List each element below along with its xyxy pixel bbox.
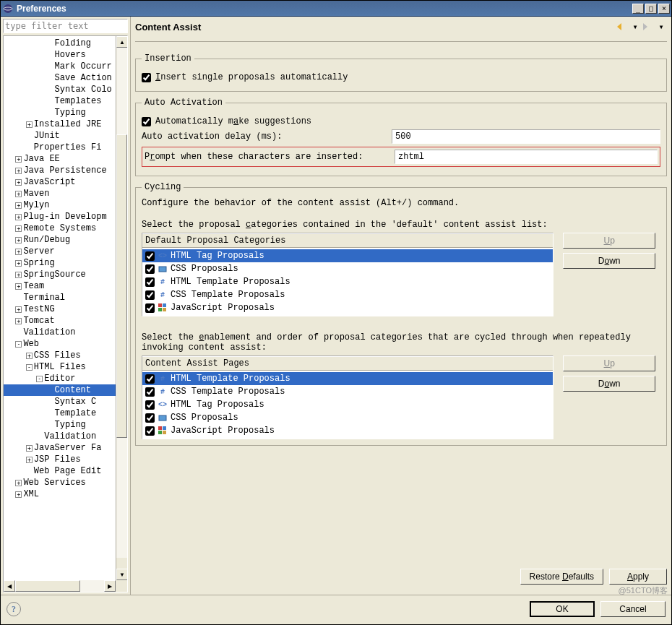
list-checkbox[interactable] xyxy=(145,374,155,384)
preferences-tree[interactable]: Folding Hovers Mark Occurr Save Action S… xyxy=(4,36,116,580)
list-item[interactable]: #CSS Template Proposals xyxy=(142,385,553,398)
tree-node[interactable]: +Team xyxy=(4,280,116,292)
tree-node[interactable]: Save Action xyxy=(4,72,116,84)
back-arrow-icon[interactable] xyxy=(616,21,628,33)
expand-icon[interactable]: - xyxy=(36,376,43,382)
list-checkbox[interactable] xyxy=(145,303,155,313)
list-checkbox[interactable] xyxy=(145,426,155,436)
tree-node[interactable]: +Spring xyxy=(4,257,116,269)
tree-node[interactable]: +SpringSource xyxy=(4,269,116,280)
tree-node[interactable]: Templates xyxy=(4,95,116,107)
expand-icon[interactable]: + xyxy=(15,214,22,220)
down-button-2[interactable]: Down xyxy=(563,376,655,392)
list-item[interactable]: #CSS Template Proposals xyxy=(142,288,553,301)
list-item[interactable]: #HTML Template Proposals xyxy=(142,275,553,288)
expand-icon[interactable]: + xyxy=(15,480,22,486)
minimize-button[interactable]: _ xyxy=(632,4,644,14)
expand-icon[interactable]: + xyxy=(15,283,22,290)
expand-icon[interactable]: + xyxy=(26,353,33,359)
scroll-down-icon[interactable]: ▼ xyxy=(116,569,128,580)
expand-icon[interactable]: + xyxy=(15,272,22,278)
close-button[interactable]: × xyxy=(658,4,670,14)
expand-icon[interactable]: + xyxy=(15,225,22,232)
tree-node[interactable]: -Web xyxy=(4,338,116,350)
tree-node[interactable]: +JavaServer Fa xyxy=(4,442,116,454)
tree-node[interactable]: JUnit xyxy=(4,130,116,142)
list-checkbox[interactable] xyxy=(145,251,155,261)
list-item[interactable]: #HTML Template Proposals xyxy=(142,372,553,385)
tree-node[interactable]: Typing xyxy=(4,419,116,431)
scroll-right-icon[interactable]: ▶ xyxy=(104,580,116,592)
insert-single-checkbox[interactable] xyxy=(142,73,151,82)
tree-node[interactable]: Template xyxy=(4,408,116,419)
list-item[interactable]: JavaScript Proposals xyxy=(142,301,553,314)
tree-node[interactable]: +Maven xyxy=(4,188,116,199)
tree-node[interactable]: +TestNG xyxy=(4,303,116,315)
expand-icon[interactable]: - xyxy=(26,364,33,371)
tree-node[interactable]: +Remote Systems xyxy=(4,223,116,234)
expand-icon[interactable]: + xyxy=(15,202,22,209)
expand-icon[interactable]: + xyxy=(15,237,22,243)
tree-node[interactable]: +JSP Files xyxy=(4,454,116,465)
tree-node[interactable]: Syntax C xyxy=(4,396,116,408)
tree-node[interactable]: +Installed JRE xyxy=(4,118,116,130)
forward-menu-icon[interactable]: ▾ xyxy=(655,21,667,33)
tree-node[interactable]: +Web Services xyxy=(4,477,116,488)
ok-button[interactable]: OK xyxy=(530,601,595,617)
expand-icon[interactable]: + xyxy=(15,179,22,186)
vertical-scrollbar[interactable]: ▲ ▼ xyxy=(116,36,127,580)
tree-node[interactable]: Syntax Colo xyxy=(4,84,116,95)
list-checkbox[interactable] xyxy=(145,277,155,287)
auto-suggest-checkbox[interactable] xyxy=(142,117,151,126)
tree-node[interactable]: Typing xyxy=(4,107,116,118)
tree-node[interactable]: Folding xyxy=(4,38,116,49)
list-item[interactable]: <>HTML Tag Proposals xyxy=(142,398,553,411)
expand-icon[interactable]: + xyxy=(15,260,22,267)
tree-node[interactable]: +Java Persistence xyxy=(4,165,116,176)
tree-node[interactable]: Validation xyxy=(4,431,116,442)
tree-node[interactable]: Validation xyxy=(4,327,116,338)
list-item[interactable]: CSS Proposals xyxy=(142,411,553,424)
maximize-button[interactable]: □ xyxy=(645,4,657,14)
default-categories-list[interactable]: Default Proposal Categories <>HTML Tag P… xyxy=(142,233,553,316)
list-item[interactable]: JavaScript Proposals xyxy=(142,424,553,437)
tree-node[interactable]: -HTML Files xyxy=(4,361,116,373)
scroll-left-icon[interactable]: ◀ xyxy=(4,580,15,592)
scroll-up-icon[interactable]: ▲ xyxy=(116,36,128,48)
expand-icon[interactable]: + xyxy=(15,249,22,255)
tree-node[interactable]: Web Page Edit xyxy=(4,465,116,477)
expand-icon[interactable]: + xyxy=(15,168,22,174)
filter-input[interactable] xyxy=(3,19,128,33)
expand-icon[interactable]: + xyxy=(15,191,22,197)
list-checkbox[interactable] xyxy=(145,290,155,300)
tree-node[interactable]: +XML xyxy=(4,488,116,500)
tree-node[interactable]: Mark Occurr xyxy=(4,61,116,72)
expand-icon[interactable]: + xyxy=(26,121,33,128)
up-button-2[interactable]: Up xyxy=(563,355,655,371)
tree-node[interactable]: +Run/Debug xyxy=(4,234,116,246)
tree-node[interactable]: +Mylyn xyxy=(4,199,116,211)
cancel-button[interactable]: Cancel xyxy=(600,601,665,617)
tree-node[interactable]: Terminal xyxy=(4,292,116,303)
restore-defaults-button[interactable]: Restore Defaults xyxy=(520,569,603,585)
tree-node[interactable]: -Editor xyxy=(4,373,116,384)
delay-input[interactable] xyxy=(392,129,660,144)
up-button-1[interactable]: Up xyxy=(563,233,655,249)
list-checkbox[interactable] xyxy=(145,264,155,274)
tree-node[interactable]: +Java EE xyxy=(4,153,116,165)
list-item[interactable]: CSS Proposals xyxy=(142,262,553,275)
tree-node[interactable]: +Plug-in Developm xyxy=(4,211,116,223)
prompt-input[interactable] xyxy=(395,150,658,164)
tree-node[interactable]: +CSS Files xyxy=(4,350,116,361)
expand-icon[interactable]: - xyxy=(15,341,22,348)
tree-node[interactable]: +Tomcat xyxy=(4,315,116,327)
down-button-1[interactable]: Down xyxy=(563,253,655,269)
expand-icon[interactable]: + xyxy=(15,306,22,313)
back-menu-icon[interactable]: ▾ xyxy=(629,21,641,33)
forward-arrow-icon[interactable] xyxy=(642,21,654,33)
tree-node[interactable]: Content xyxy=(4,384,116,396)
expand-icon[interactable]: + xyxy=(15,491,22,498)
tree-node[interactable]: Hovers xyxy=(4,49,116,61)
list-checkbox[interactable] xyxy=(145,413,155,423)
expand-icon[interactable]: + xyxy=(15,318,22,324)
